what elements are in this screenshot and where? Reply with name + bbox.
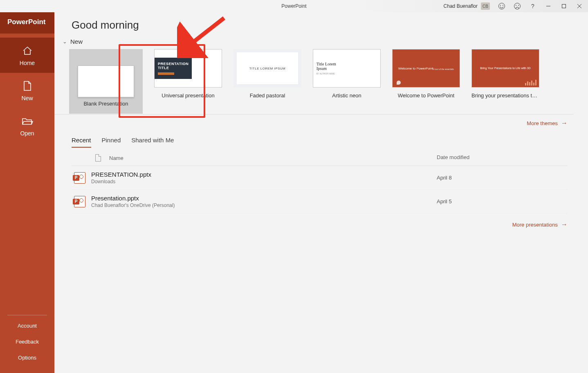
template-label: Bring your presentations to l… [471,92,539,99]
file-date: April 5 [437,198,568,204]
maximize-button[interactable] [556,0,572,12]
template-label: Welcome to PowerPoint [398,92,455,99]
svg-rect-1 [562,4,566,8]
template-faded[interactable]: TITLE LOREM IPSUM Faded pastoral [233,49,301,107]
tab-pinned[interactable]: Pinned [102,137,121,148]
template-label: Faded pastoral [250,92,285,99]
file-name: Presentation.pptx [91,195,437,202]
open-icon [21,115,34,127]
pptx-icon [74,172,85,184]
template-welcome[interactable]: Welcome to PowerPointA tour of the essen… [392,49,460,107]
document-icon [95,154,101,162]
file-tabs: Recent Pinned Shared with Me [54,127,588,148]
new-section-label: New [70,38,83,45]
new-icon [21,80,34,92]
feedback-frown-icon[interactable] [509,0,525,12]
col-date-label: Date modified [437,154,568,162]
feedback-smile-icon[interactable] [494,0,509,12]
title-bar: PowerPoint Chad Buenaflor CB ? [0,0,588,12]
app-name: PowerPoint [7,18,47,26]
file-list-header: Name Date modified [72,148,568,166]
template-neon-thumb: Title Lorem IpsumBY AUTHOR NAME [313,49,381,88]
arrow-right-icon: → [561,221,568,228]
tab-recent[interactable]: Recent [72,137,91,148]
nav-open-label: Open [20,130,34,137]
nav-new-label: New [21,95,33,101]
template-universal-thumb: PRESENTATION TITLE [154,49,222,88]
sidebar-account[interactable]: Account [0,318,54,334]
pptx-icon [74,196,85,207]
file-name: PRESENTATION.pptx [91,171,437,178]
user-initials[interactable]: CB [481,2,490,10]
sidebar-feedback[interactable]: Feedback [0,334,54,350]
sidebar-options[interactable]: Options [0,350,54,366]
help-button[interactable]: ? [525,0,541,12]
template-label: Artistic neon [332,92,361,99]
home-icon [21,45,34,56]
new-section-header[interactable]: ⌄ New [54,31,588,45]
nav-home-label: Home [20,60,35,66]
template-label: Universal presentation [162,92,214,99]
more-themes-link[interactable]: More themes → [527,119,568,127]
user-name[interactable]: Chad Buenaflor [444,3,478,9]
file-date: April 8 [437,175,568,181]
main-content: Good morning ⌄ New Blank Presentation PR… [54,12,588,373]
sidebar: PowerPoint Home New Open Account Feedbac… [0,12,54,373]
more-presentations-link[interactable]: More presentations → [512,221,568,228]
nav-new[interactable]: New [0,73,54,108]
template-gallery: Blank Presentation PRESENTATION TITLE Un… [54,45,573,115]
template-welcome-thumb: Welcome to PowerPointA tour of the essen… [392,49,460,88]
file-path: Downloads [91,179,437,184]
close-button[interactable] [572,0,587,12]
file-path: Chad Buenaflor's OneDrive (Personal) [91,202,437,208]
template-blank-thumb [78,65,134,97]
template-3d[interactable]: Bring Your Presentations to Life with 3D… [471,49,539,107]
minimize-button[interactable] [541,0,556,12]
tab-shared[interactable]: Shared with Me [131,137,174,148]
nav-open[interactable]: Open [0,108,54,143]
app-title: PowerPoint [281,3,306,9]
file-row[interactable]: PRESENTATION.pptx Downloads April 8 [72,166,568,190]
template-label: Blank Presentation [83,101,128,107]
greeting: Good morning [54,12,588,31]
template-faded-thumb: TITLE LOREM IPSUM [233,49,301,88]
template-universal[interactable]: PRESENTATION TITLE Universal presentatio… [154,49,222,107]
arrow-right-icon: → [561,119,568,127]
sidebar-separator [7,315,47,315]
template-neon[interactable]: Title Lorem IpsumBY AUTHOR NAME Artistic… [313,49,381,107]
nav-home[interactable]: Home [0,38,54,73]
col-name-label: Name [109,155,123,161]
file-row[interactable]: Presentation.pptx Chad Buenaflor's OneDr… [72,190,568,213]
template-blank[interactable]: Blank Presentation [69,49,143,107]
template-3d-thumb: Bring Your Presentations to Life with 3D [471,49,539,88]
chevron-down-icon: ⌄ [63,38,67,45]
sidebar-header: PowerPoint [0,12,54,34]
